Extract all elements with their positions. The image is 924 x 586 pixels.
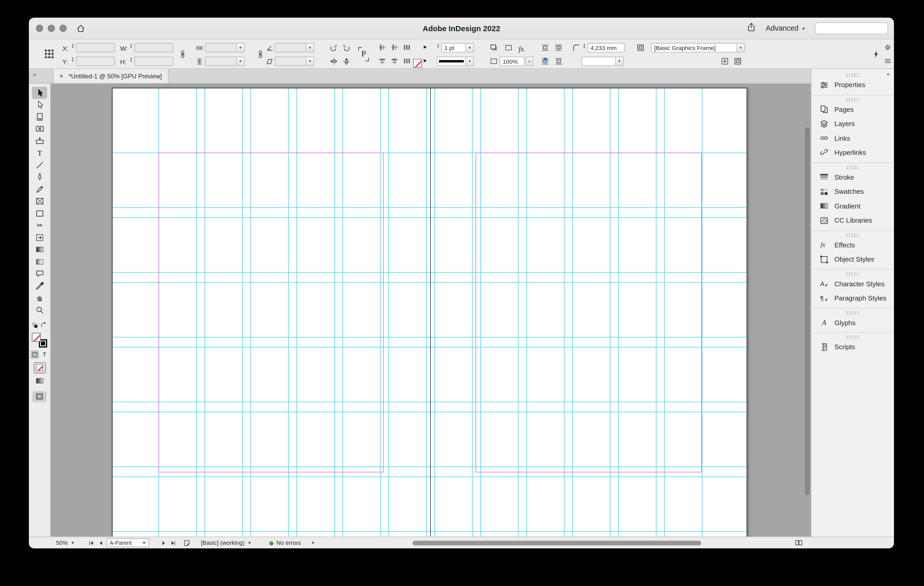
panel-item-gradient[interactable]: Gradient bbox=[811, 199, 894, 213]
w-field[interactable] bbox=[134, 43, 173, 53]
preflight-profile-select[interactable]: [Basic] (working) ▼ bbox=[201, 537, 251, 548]
document-tab[interactable]: × *Untitled-1 @ 50% [GPU Preview] bbox=[53, 69, 168, 83]
panel-item-pages[interactable]: Pages bbox=[811, 102, 894, 117]
next-page-button[interactable] bbox=[161, 538, 167, 547]
workspace-switcher[interactable]: Advanced ▼ bbox=[766, 24, 805, 33]
corner-options-dialog-icon[interactable] bbox=[635, 42, 646, 53]
align-top-icon[interactable] bbox=[377, 42, 388, 53]
flip-horizontal-icon[interactable] bbox=[328, 55, 339, 66]
eyedropper-tool[interactable] bbox=[32, 280, 47, 292]
stroke-swatch-arrow[interactable]: ▶ bbox=[424, 58, 427, 63]
selection-tool[interactable] bbox=[32, 87, 47, 99]
h-stepper[interactable]: ▲▼ bbox=[129, 56, 134, 63]
stroke-weight-dropdown[interactable]: ▼ bbox=[466, 43, 474, 53]
fill-swatch-arrow[interactable]: ▶ bbox=[424, 45, 427, 49]
corner-radius-field[interactable]: 4,233 mm bbox=[587, 43, 625, 53]
object-style-dropdown[interactable]: ▼ bbox=[737, 43, 745, 53]
column-guide[interactable] bbox=[388, 88, 389, 537]
fill-color-swatch[interactable] bbox=[413, 59, 422, 68]
preflight-status[interactable]: No errors ▼ bbox=[276, 537, 315, 548]
h-field[interactable] bbox=[134, 56, 173, 66]
pencil-tool[interactable] bbox=[32, 183, 47, 195]
panel-grabber[interactable] bbox=[846, 97, 860, 101]
panel-grabber[interactable] bbox=[846, 272, 860, 275]
gradient-feather-tool[interactable] bbox=[32, 256, 47, 268]
panel-item-cc-libraries[interactable]: CC Libraries bbox=[811, 213, 894, 227]
panel-item-stroke[interactable]: Stroke bbox=[811, 170, 894, 184]
fill-proxy-swatch[interactable] bbox=[32, 333, 40, 341]
row-guide[interactable] bbox=[113, 532, 747, 532]
fit-content-icon[interactable] bbox=[719, 55, 730, 66]
previous-page-button[interactable] bbox=[98, 538, 104, 547]
distribute-left-icon[interactable] bbox=[377, 55, 388, 66]
panel-item-paragraph-styles[interactable]: ¶Paragraph Styles bbox=[811, 291, 894, 305]
scissors-tool[interactable]: ✂ bbox=[32, 219, 47, 231]
horizontal-scrollbar-thumb[interactable] bbox=[412, 540, 701, 545]
reference-point-proxy[interactable] bbox=[44, 49, 54, 59]
search-input[interactable] bbox=[815, 22, 888, 34]
settings-gear-icon[interactable] bbox=[882, 42, 893, 53]
constrain-dimensions-link-icon[interactable] bbox=[177, 48, 188, 59]
formatting-affects-container-button[interactable] bbox=[30, 350, 39, 359]
x-field[interactable] bbox=[76, 43, 115, 53]
distribute-center-icon[interactable] bbox=[389, 55, 400, 66]
stroke-weight-stepper[interactable]: ▲▼ bbox=[436, 43, 441, 49]
rotation-field[interactable] bbox=[275, 43, 306, 53]
corner-radius-stepper[interactable]: ▲▼ bbox=[582, 43, 587, 49]
panel-grabber[interactable] bbox=[846, 165, 860, 169]
hand-tool[interactable] bbox=[32, 292, 47, 304]
rotate-counterclockwise-icon[interactable] bbox=[341, 42, 351, 53]
formatting-affects-text-button[interactable]: T bbox=[40, 350, 49, 359]
zoom-tool[interactable] bbox=[32, 304, 47, 316]
object-style-select[interactable]: [Basic Graphics Frame] bbox=[651, 43, 738, 53]
wrap-none-icon[interactable] bbox=[539, 42, 550, 53]
swap-fill-stroke-icon[interactable] bbox=[40, 319, 46, 330]
horizontal-scrollbar[interactable] bbox=[359, 539, 870, 546]
panel-grabber[interactable] bbox=[846, 233, 860, 237]
type-tool[interactable]: T bbox=[32, 147, 47, 159]
constrain-scale-link-icon[interactable] bbox=[254, 48, 266, 59]
vertical-scrollbar[interactable] bbox=[805, 127, 810, 495]
panel-item-properties[interactable]: Properties bbox=[811, 78, 894, 92]
row-guide[interactable] bbox=[113, 476, 747, 477]
wrap-around-icon[interactable] bbox=[553, 42, 564, 53]
apply-gradient-button[interactable] bbox=[34, 377, 45, 385]
shear-dropdown[interactable]: ▼ bbox=[307, 56, 314, 66]
pasteboard[interactable] bbox=[51, 84, 811, 537]
rectangle-frame-tool[interactable] bbox=[32, 195, 47, 207]
first-page-button[interactable] bbox=[88, 538, 94, 547]
scale-x-dropdown[interactable]: ▼ bbox=[237, 43, 245, 53]
rotation-dropdown[interactable]: ▼ bbox=[307, 43, 314, 53]
collapse-panels-icon[interactable]: « bbox=[887, 71, 889, 77]
share-icon[interactable] bbox=[747, 22, 756, 34]
panel-menu-icon[interactable] bbox=[882, 55, 893, 66]
home-icon[interactable] bbox=[76, 23, 86, 33]
x-stepper[interactable]: ▲▼ bbox=[70, 43, 76, 49]
column-guide[interactable] bbox=[434, 88, 435, 537]
y-stepper[interactable]: ▲▼ bbox=[70, 56, 76, 63]
content-collector-tool[interactable] bbox=[32, 135, 47, 147]
scale-y-dropdown[interactable]: ▼ bbox=[237, 56, 245, 66]
default-fill-stroke-icon[interactable] bbox=[33, 319, 38, 330]
y-field[interactable] bbox=[76, 56, 115, 66]
rectangle-tool[interactable] bbox=[32, 207, 47, 219]
panel-item-hyperlinks[interactable]: Hyperlinks bbox=[811, 146, 894, 160]
minimize-window-button[interactable] bbox=[48, 25, 54, 32]
gap-tool[interactable] bbox=[32, 123, 47, 135]
stroke-type-select[interactable] bbox=[437, 56, 466, 66]
gradient-swatch-tool[interactable] bbox=[32, 244, 47, 256]
flip-vertical-icon[interactable] bbox=[341, 55, 351, 66]
fit-frame-icon[interactable] bbox=[732, 55, 743, 66]
wrap-object-icon[interactable] bbox=[553, 55, 564, 66]
panel-item-swatches[interactable]: Swatches bbox=[811, 184, 894, 199]
direct-selection-tool[interactable] bbox=[32, 99, 47, 111]
note-tool[interactable] bbox=[32, 268, 47, 280]
apply-none-button[interactable] bbox=[33, 362, 46, 373]
scale-y-field[interactable] bbox=[205, 56, 237, 66]
page-tool[interactable] bbox=[32, 111, 47, 123]
tab-close-icon[interactable]: × bbox=[59, 72, 63, 79]
panel-item-glyphs[interactable]: AGlyphs bbox=[811, 315, 894, 330]
spread-view-icon[interactable] bbox=[795, 538, 803, 547]
opacity-apply-button[interactable]: > bbox=[526, 56, 533, 66]
zoom-window-button[interactable] bbox=[59, 25, 66, 32]
